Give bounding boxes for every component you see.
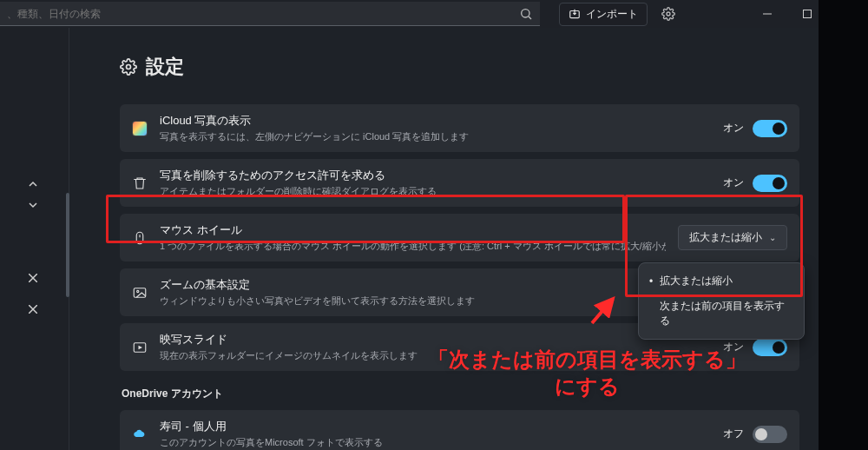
svg-rect-5	[804, 10, 812, 18]
row-desc: 1 つのファイルを表示する場合のマウス ホイールの動作を選択します (注意: C…	[160, 240, 666, 253]
row-title: 写真を削除するためのアクセス許可を求める	[160, 168, 711, 183]
annotation-text: 「次または前の項目を表示する」 にする	[361, 346, 812, 400]
setting-row-onedrive-account[interactable]: 寿司 - 個人用 このアカウントの写真をMicrosoft フォトで表示する オ…	[120, 410, 799, 450]
import-icon	[569, 8, 581, 20]
rail-close-button-1[interactable]	[0, 268, 66, 288]
right-dark-panel	[819, 0, 868, 450]
annotation-line1: 「次または前の項目を表示する」	[428, 347, 746, 371]
annotation-line2: にする	[555, 374, 620, 398]
svg-line-1	[529, 17, 531, 19]
row-title: 寿司 - 個人用	[160, 419, 711, 434]
setting-row-icloud[interactable]: iCloud 写真の表示 写真を表示するには、左側のナビゲーションに iClou…	[120, 104, 799, 152]
search-box[interactable]	[0, 2, 540, 26]
menu-item-label: 次または前の項目を表示する	[660, 299, 792, 328]
svg-marker-18	[139, 345, 143, 349]
left-sidebar	[0, 28, 69, 450]
menu-item-zoom[interactable]: 拡大または縮小	[642, 268, 800, 294]
menu-item-next-prev[interactable]: 次または前の項目を表示する	[642, 294, 800, 334]
gear-icon	[661, 7, 675, 21]
toggle-switch[interactable]	[753, 426, 787, 443]
toggle-switch[interactable]	[753, 175, 787, 192]
mouse-icon	[132, 230, 148, 246]
chevron-down-icon	[29, 201, 37, 209]
image-icon	[132, 285, 148, 301]
gear-icon	[120, 58, 137, 76]
toggle-label: オン	[723, 121, 744, 136]
minimize-button[interactable]	[748, 1, 786, 27]
row-title: マウス ホイール	[160, 222, 666, 238]
setting-row-delete-confirm[interactable]: 写真を削除するためのアクセス許可を求める アイテムまたはフォルダーの削除時に確認…	[120, 159, 799, 207]
menu-item-label: 拡大または縮小	[660, 274, 733, 288]
toggle-label: オン	[723, 175, 744, 190]
svg-point-16	[137, 290, 139, 292]
svg-rect-15	[134, 288, 146, 297]
maximize-icon	[803, 10, 812, 18]
annotation-arrow	[587, 292, 621, 327]
page-heading: 設定	[120, 54, 799, 80]
row-desc: アイテムまたはフォルダーの削除時に確認ダイアログを表示する	[160, 185, 711, 198]
svg-point-0	[522, 9, 529, 17]
slideshow-icon	[132, 340, 148, 355]
row-desc: このアカウントの写真をMicrosoft フォトで表示する	[160, 436, 711, 449]
row-title: iCloud 写真の表示	[160, 113, 711, 129]
setting-row-mouse-wheel[interactable]: マウス ホイール 1 つのファイルを表示する場合のマウス ホイールの動作を選択し…	[120, 214, 799, 261]
photos-icon	[132, 121, 148, 136]
trash-icon	[132, 175, 148, 191]
import-button[interactable]: インポート	[559, 3, 648, 26]
rail-close-button-2[interactable]	[0, 299, 66, 320]
onedrive-icon	[132, 427, 148, 442]
rail-scroll-up[interactable]	[0, 174, 66, 195]
toggle-label: オフ	[723, 427, 744, 441]
close-icon	[29, 305, 37, 314]
svg-line-19	[592, 299, 613, 323]
import-label: インポート	[586, 7, 638, 22]
svg-point-3	[667, 12, 670, 16]
chevron-down-icon: ⌄	[769, 233, 776, 242]
search-input[interactable]	[7, 8, 519, 20]
svg-point-12	[127, 65, 131, 69]
close-icon	[29, 274, 37, 282]
header-settings-button[interactable]	[656, 2, 681, 26]
svg-rect-13	[136, 232, 143, 244]
page-title: 設定	[146, 54, 184, 80]
rail-scroll-down[interactable]	[0, 195, 66, 215]
toggle-switch[interactable]	[753, 120, 787, 137]
minimize-icon	[763, 10, 772, 18]
chevron-up-icon	[29, 180, 37, 189]
title-bar: インポート	[0, 0, 868, 28]
row-desc: 写真を表示するには、左側のナビゲーションに iCloud 写真を追加します	[160, 130, 711, 143]
mouse-wheel-dropdown[interactable]: 拡大または縮小 ⌄	[678, 225, 787, 250]
search-icon	[519, 7, 533, 21]
dropdown-selected: 拡大または縮小	[689, 230, 762, 245]
mouse-wheel-dropdown-menu: 拡大または縮小 次または前の項目を表示する	[638, 262, 805, 340]
